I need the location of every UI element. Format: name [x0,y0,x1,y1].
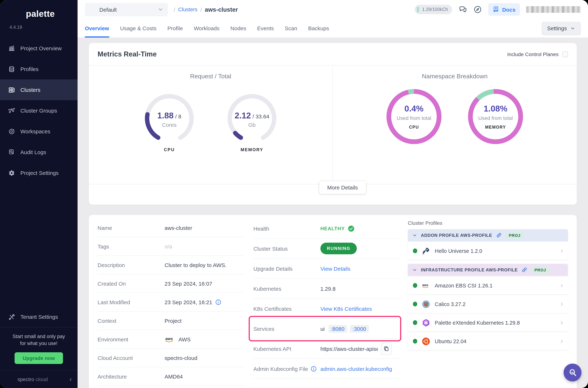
sidebar-item-profiles[interactable]: Profiles [0,59,78,79]
metrics-body: Request / Total 1.88 / 8 Cores CPU [89,66,577,184]
cluster-profiles: Cluster Profiles ADDON PROFILE AWS-PROFI… [408,218,568,388]
service-port-link[interactable]: :3000 [350,325,369,332]
breadcrumb-current: aws-cluster [205,6,238,13]
search-assistant-button[interactable] [564,364,581,381]
header-row-tabs: OverviewUsage & CostsProfileWorkloadsNod… [78,19,588,38]
detail-value: n/a [165,243,172,249]
sidebar-item-workspaces[interactable]: Workspaces [0,121,78,142]
donut: 1.08% Used from total MEMORY [465,86,526,147]
chevron-down-icon[interactable] [412,267,417,272]
workspaces-icon [8,128,15,135]
sidebar-item-label: Cluster Groups [20,107,57,114]
donut-percent: 0.4% [405,104,424,114]
header: Default / Clusters / aws-cluster 1.29/10… [78,0,588,38]
cluster-status-badge[interactable]: RUNNING [320,243,357,254]
service-port-link[interactable]: :8080 [328,325,347,332]
upsell-line2: for what you use! [20,341,58,346]
chevron-right-icon[interactable] [559,301,564,307]
upgrade-now-button[interactable]: Upgrade now [15,352,63,364]
info-icon[interactable] [215,299,221,305]
aws-logo-icon: aws [422,281,430,290]
sidebar: palette 4.4.19 Project Overview Profiles… [0,0,78,388]
tools-icon [8,313,15,320]
settings-button[interactable]: Settings [542,22,581,35]
compass-icon[interactable] [474,5,482,14]
chat-icon[interactable] [459,5,467,14]
chevron-right-icon[interactable] [559,248,564,253]
chevron-down-icon[interactable] [412,233,417,238]
cluster-tabs: OverviewUsage & CostsProfileWorkloadsNod… [85,19,329,38]
chevron-down-icon [570,26,575,31]
sidebar-item-label: Clusters [20,87,40,93]
svg-text:aws: aws [165,336,173,341]
sidebar-item-tenant-settings[interactable]: Tenant Settings [0,306,78,327]
collapse-sidebar-icon[interactable]: ‹ [69,376,72,382]
clusters-icon [8,86,15,94]
status-dot [413,320,417,325]
detail-row-name: Name aws-cluster [98,218,243,237]
info-icon[interactable] [311,365,317,372]
profile-group-header[interactable]: INFRASTRUCTURE PROFILE AWS-PROFILE PROJ [408,264,568,276]
tab-backups[interactable]: Backups [308,19,329,38]
profile-layer-hello-universe-1-2-0[interactable]: Hello Universe 1.2.0 [408,242,568,260]
chevron-right-icon[interactable] [559,320,564,325]
brand-name: palette [26,9,55,19]
docs-label: Docs [502,6,516,13]
tab-usage-costs[interactable]: Usage & Costs [120,19,156,38]
detail-label: Context [98,317,165,324]
sidebar-item-audit-logs[interactable]: Audit Logs [0,142,78,163]
project-selector[interactable]: Default [85,3,168,16]
tab-nodes[interactable]: Nodes [230,19,246,38]
detail-row-description: Description Cluster to deploy to AWS. [98,256,243,274]
sidebar-item-cluster-groups[interactable]: Cluster Groups [0,100,78,121]
app-version: 4.4.19 [0,21,78,30]
audit-logs-icon [8,148,15,156]
more-details-button[interactable]: More Details [319,181,366,194]
detail-row-health: HealthHEALTHY [253,218,399,239]
profile-layer-ubuntu-22-04[interactable]: Ubuntu 22.04 [408,332,568,350]
detail-row-cloud-account: Cloud Account spectro-cloud [98,349,243,367]
include-control-planes-checkbox[interactable] [562,51,568,57]
sidebar-item-project-settings[interactable]: Project Settings [0,163,78,183]
docs-button[interactable]: Docs [488,3,520,16]
spectro-cloud-logo-icon [6,375,14,383]
user-name-redacted[interactable] [526,6,581,13]
tab-profile[interactable]: Profile [167,19,183,38]
tab-overview[interactable]: Overview [85,19,109,38]
detail-label: Name [98,225,165,231]
chevron-right-icon[interactable] [559,339,564,344]
detail-row-architecture: Architecture AMD64 [98,367,243,386]
sidebar-item-label: Workspaces [20,128,50,134]
sidebar-item-label: Profiles [20,66,39,72]
tab-events[interactable]: Events [257,19,274,38]
detail-link[interactable]: View Details [320,266,350,272]
status-dot [413,283,417,288]
sidebar-item-project-overview[interactable]: Project Overview [0,38,78,59]
palette-logo-icon [8,7,23,21]
detail-label: Kubernetes [253,286,281,292]
proj-badge: PROJ [531,267,549,273]
aws-logo-icon: aws [165,336,176,343]
gauge-unit: Cores [162,121,177,128]
profile-group-header[interactable]: ADDON PROFILE AWS-PROFILE PROJ [408,229,568,241]
profile-layer-calico-3-27-2[interactable]: Calico 3.27.2 [408,295,568,313]
donuts-row: 0.4% Used from total CPU 1.08% Used from… [383,86,526,147]
detail-link[interactable]: View K8s Certificates [320,306,372,312]
chevron-right-icon[interactable] [559,283,564,288]
breadcrumb-clusters-link[interactable]: Clusters [178,7,197,12]
main-area: Default / Clusters / aws-cluster 1.29/10… [78,0,588,388]
gauge-label: MEMORY [241,147,263,152]
ubuntu-icon [422,337,430,345]
sidebar-item-clusters[interactable]: Clusters [0,79,78,100]
tab-workloads[interactable]: Workloads [194,19,220,38]
tab-scan[interactable]: Scan [285,19,297,38]
profile-layer-palette-extended-kubernetes-1-29-8[interactable]: Palette eXtended Kubernetes 1.29.8 [408,314,568,332]
profile-layer-amazon-ebs-csi-1-26-1[interactable]: aws Amazon EBS CSI 1.26.1 [408,276,568,294]
detail-value: Project [165,317,181,324]
gauge-center: 2.12 / 33.64 Gb [225,91,279,146]
detail-row-kubernetes-api: Kubernetes APIhttps://aws-cluster-apiser… [253,339,399,359]
copy-button[interactable] [381,342,392,355]
chevron-down-icon [158,7,163,12]
header-actions: 1.29/100kCh Docs [415,3,581,16]
detail-link[interactable]: admin.aws-cluster.kubeconfig [320,365,392,372]
